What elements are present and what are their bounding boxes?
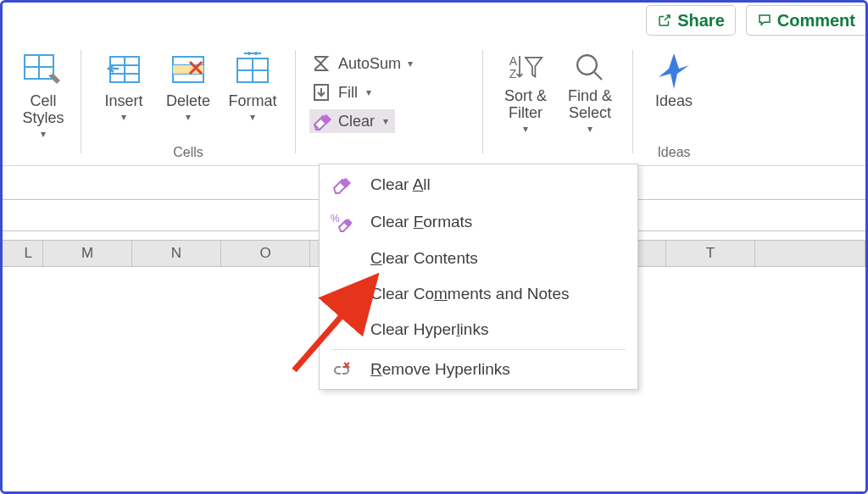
sort-filter-label: Sort & Filter bbox=[504, 87, 547, 121]
format-button[interactable]: Format ▾ bbox=[224, 48, 281, 125]
cell-styles-icon bbox=[23, 50, 64, 91]
column-header[interactable]: L bbox=[3, 241, 43, 266]
comment-icon bbox=[757, 13, 772, 28]
chevron-down-icon: ▾ bbox=[383, 115, 388, 127]
clear-menu: Clear All % Clear Formats Clear Contents… bbox=[319, 164, 638, 390]
top-actions-bar: Share Comment bbox=[646, 5, 865, 36]
remove-hyperlinks-icon bbox=[331, 360, 352, 379]
eraser-icon bbox=[311, 111, 331, 131]
eraser-icon bbox=[331, 175, 352, 195]
menu-item-label: Clear Contents bbox=[370, 249, 478, 268]
chevron-down-icon: ▾ bbox=[587, 123, 593, 135]
menu-item-clear-hyperlinks[interactable]: Clear Hyperlinks bbox=[320, 312, 637, 347]
menu-item-clear-contents[interactable]: Clear Contents bbox=[320, 241, 637, 276]
menu-item-label: Clear All bbox=[370, 175, 431, 194]
insert-button[interactable]: Insert ▾ bbox=[95, 48, 153, 125]
insert-label: Insert bbox=[104, 92, 142, 109]
autosum-label: AutoSum bbox=[338, 55, 401, 73]
chevron-down-icon: ▾ bbox=[121, 111, 126, 123]
group-cells-label: Cells bbox=[81, 145, 295, 160]
ideas-icon bbox=[654, 50, 694, 91]
column-header[interactable]: T bbox=[666, 241, 755, 266]
group-styles: Cell Styles ▾ bbox=[3, 43, 81, 162]
share-icon bbox=[657, 13, 672, 28]
group-editing: AutoSum ▾ Fill ▾ Clear ▾ bbox=[296, 43, 482, 162]
chevron-down-icon: ▾ bbox=[250, 111, 255, 123]
fill-button[interactable]: Fill ▾ bbox=[309, 80, 378, 104]
format-icon bbox=[232, 50, 273, 91]
group-ideas: Ideas Ideas bbox=[633, 43, 715, 162]
column-header[interactable]: M bbox=[43, 241, 132, 266]
clear-label: Clear bbox=[338, 113, 375, 130]
delete-button[interactable]: Delete ▾ bbox=[159, 48, 217, 125]
share-button[interactable]: Share bbox=[646, 5, 736, 36]
insert-icon bbox=[103, 50, 144, 91]
clear-button[interactable]: Clear ▾ bbox=[309, 109, 395, 133]
fill-label: Fill bbox=[338, 84, 358, 102]
format-label: Format bbox=[228, 92, 276, 109]
menu-item-remove-hyperlinks[interactable]: Remove Hyperlinks bbox=[320, 352, 637, 387]
column-header[interactable]: N bbox=[132, 241, 221, 266]
sort-filter-button[interactable]: A Z Sort & Filter ▾ bbox=[497, 48, 554, 136]
chevron-down-icon: ▾ bbox=[186, 111, 191, 123]
comments-label: Comment bbox=[777, 11, 855, 31]
svg-point-18 bbox=[577, 55, 597, 75]
find-select-button[interactable]: Find & Select ▾ bbox=[561, 48, 619, 136]
ideas-button[interactable]: Ideas bbox=[645, 48, 703, 111]
menu-separator bbox=[331, 349, 626, 350]
find-select-label: Find & Select bbox=[568, 87, 612, 121]
group-ideas-label: Ideas bbox=[633, 145, 715, 160]
group-sort-find: A Z Sort & Filter ▾ Find & Select ▾ bbox=[483, 43, 632, 162]
sort-filter-icon: A Z bbox=[508, 50, 543, 86]
cell-styles-label: Cell Styles bbox=[22, 92, 64, 126]
svg-text:%: % bbox=[331, 213, 340, 225]
clear-formats-icon: % bbox=[331, 212, 353, 232]
ideas-label: Ideas bbox=[655, 92, 693, 109]
comments-button[interactable]: Comment bbox=[746, 5, 865, 36]
menu-item-label: Remove Hyperlinks bbox=[370, 360, 510, 379]
menu-item-clear-comments[interactable]: Clear Comments and Notes bbox=[320, 276, 637, 312]
chevron-down-icon: ▾ bbox=[408, 58, 413, 69]
autosum-button[interactable]: AutoSum ▾ bbox=[309, 52, 420, 75]
chevron-down-icon: ▾ bbox=[523, 123, 528, 135]
group-cells: Insert ▾ Delete ▾ bbox=[81, 43, 295, 162]
chevron-down-icon: ▾ bbox=[41, 128, 46, 140]
find-select-icon bbox=[572, 50, 608, 86]
menu-item-label: Clear Formats bbox=[370, 213, 472, 231]
menu-item-clear-formats[interactable]: % Clear Formats bbox=[320, 203, 637, 241]
share-label: Share bbox=[677, 11, 725, 31]
svg-text:Z: Z bbox=[509, 67, 517, 80]
column-header[interactable] bbox=[755, 241, 865, 266]
cell-styles-button[interactable]: Cell Styles ▾ bbox=[14, 48, 72, 142]
menu-item-label: Clear Comments and Notes bbox=[370, 285, 569, 303]
svg-text:A: A bbox=[509, 54, 518, 68]
delete-icon bbox=[168, 50, 209, 91]
chevron-down-icon: ▾ bbox=[366, 86, 371, 98]
fill-down-icon bbox=[311, 82, 331, 103]
ribbon: Cell Styles ▾ Insert ▾ bbox=[3, 43, 865, 166]
sigma-icon bbox=[311, 53, 331, 74]
menu-item-label: Clear Hyperlinks bbox=[370, 320, 488, 339]
menu-item-clear-all[interactable]: Clear All bbox=[320, 166, 637, 203]
delete-label: Delete bbox=[166, 92, 210, 109]
column-header[interactable]: O bbox=[221, 241, 310, 266]
